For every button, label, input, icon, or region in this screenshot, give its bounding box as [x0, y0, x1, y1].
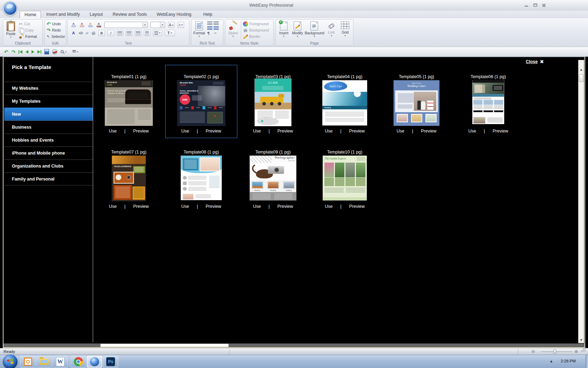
template-thumbnail[interactable]: Surf's Up! Heading — [322, 80, 367, 125]
page-background-button[interactable]: Background▾ — [304, 21, 324, 40]
template-card[interactable]: Template01 (1 pg) BEEKMANLANE Interior D… — [93, 65, 165, 138]
tab-layout[interactable]: Layout — [85, 11, 107, 18]
template-thumbnail[interactable] — [181, 156, 222, 200]
use-link[interactable]: Use — [253, 204, 261, 209]
preview-link[interactable]: Preview — [421, 129, 436, 134]
font-color-icon[interactable]: A — [71, 32, 76, 34]
zoom-slider-thumb[interactable] — [553, 349, 556, 354]
zoom-in-button[interactable]: ⊕ — [574, 349, 578, 354]
sidebar-item-organizations-and-clubs[interactable]: Organizations and Clubs — [4, 159, 93, 172]
sidebar-item-family-and-personal[interactable]: Family and Personal — [4, 172, 93, 185]
rich-text-format-button[interactable]: Format▾ — [192, 21, 206, 40]
preview-button[interactable] — [52, 49, 57, 55]
text-style-2-icon[interactable]: A — [79, 22, 85, 27]
scroll-up-icon[interactable]: ▲ — [579, 68, 584, 71]
italic-button[interactable]: I — [107, 30, 114, 36]
preview-link[interactable]: Preview — [349, 129, 365, 134]
styles-button[interactable]: Styles▾ — [226, 21, 240, 40]
preview-link[interactable]: Preview — [206, 129, 221, 134]
toolbar-options-button[interactable]: ▾ — [72, 49, 78, 55]
insert-anchor-icon[interactable]: → — [214, 31, 219, 36]
indent-increase-icon[interactable] — [207, 21, 212, 25]
template-card[interactable]: Template04 (1 pg) Surf's Up! Heading Use… — [309, 65, 381, 138]
template-thumbnail[interactable] — [472, 80, 504, 124]
use-link[interactable]: Use — [468, 129, 476, 134]
template-thumbnail[interactable]: Jane Turner Wedding Cakes — [394, 80, 440, 126]
page-grid-button[interactable]: Grid▾ — [338, 21, 352, 40]
preview-link[interactable]: Preview — [133, 129, 149, 134]
align-right-button[interactable] — [135, 30, 141, 36]
page-link-button[interactable]: Link▾ — [325, 21, 338, 40]
sidebar-item-my-websites[interactable]: My Websites — [4, 82, 93, 95]
indent-decrease-icon[interactable] — [214, 21, 219, 25]
background-style-button[interactable]: Background — [242, 27, 270, 33]
previous-page-button[interactable] — [26, 49, 28, 55]
border-button[interactable]: Border — [242, 33, 270, 40]
redo-button[interactable]: ↷Redo — [46, 27, 65, 33]
tab-help[interactable]: Help — [199, 11, 217, 18]
preview-link[interactable]: Preview — [349, 204, 365, 209]
selector-button[interactable]: ↖Selector — [46, 33, 65, 40]
copy-button[interactable]: Copy — [18, 27, 37, 33]
font-size-combobox[interactable]: ▾ — [150, 22, 165, 28]
maximize-button[interactable] — [533, 3, 538, 7]
text-style-1-icon[interactable]: A — [71, 22, 76, 27]
template-card[interactable]: Template06 (1 pg) Use|Preview — [452, 65, 524, 138]
use-link[interactable]: Use — [325, 129, 332, 134]
use-link[interactable]: Use — [109, 204, 117, 209]
taskbar-outlook-button[interactable]: O — [20, 356, 36, 368]
close-panel-link[interactable]: Close ✖ — [526, 59, 544, 64]
page-list-button[interactable] — [44, 49, 49, 55]
template-card[interactable]: Template08 (1 pg) Use|Preview — [165, 140, 237, 213]
page-modify-button[interactable]: Modify▾ — [291, 21, 304, 40]
clock[interactable]: 2:28 PM — [561, 359, 576, 363]
horizontal-scrollbar[interactable] — [4, 343, 584, 347]
tray-show-hidden-icons[interactable]: ▲ — [550, 360, 552, 363]
template-thumbnail[interactable]: ACME — [255, 79, 292, 126]
sidebar-item-iphone-and-mobile[interactable]: iPhone and Mobile phone — [4, 146, 93, 159]
taskbar-photoshop-button[interactable]: Ps — [103, 356, 118, 368]
template-card[interactable]: Template07 (1 pg) TACOS & BURRITOS Use|P… — [93, 140, 165, 213]
scroll-down-icon[interactable]: ▼ — [579, 339, 584, 342]
template-thumbnail[interactable]: The Garden Experts — [323, 156, 367, 200]
template-card[interactable]: Template10 (1 pg) The Garden Experts Use… — [309, 140, 381, 213]
paragraph-style-button[interactable]: ▾ — [153, 30, 162, 36]
template-thumbnail[interactable]: BEEKMANLANE Interior Decoration, Antique… — [105, 80, 153, 126]
tab-review-and-tools[interactable]: Review and Tools — [108, 11, 152, 18]
next-page-button[interactable] — [31, 49, 34, 55]
taskbar-explorer-button[interactable] — [36, 356, 52, 368]
sidebar-item-hobbies-and-events[interactable]: Hobbies and Events — [4, 134, 93, 146]
font-artistic-icon[interactable]: A — [96, 22, 102, 27]
preview-link[interactable]: Preview — [278, 129, 293, 134]
start-button[interactable] — [3, 354, 18, 368]
quick-undo-icon[interactable]: ↶ — [4, 49, 8, 55]
template-card-selected[interactable]: Template02 (1 pg) Mountain BikeTOURS Act… — [165, 65, 237, 138]
vertical-scrollbar[interactable]: ▲ ▼ — [578, 60, 584, 343]
swap-arrows-icon[interactable]: ⇄ — [85, 31, 88, 35]
close-window-button[interactable] — [541, 3, 547, 7]
resize-grip[interactable] — [581, 350, 582, 352]
sidebar-item-my-templates[interactable]: My Templates — [4, 95, 93, 108]
preview-link[interactable]: Preview — [493, 129, 508, 134]
taskbar-webeasy-button-active[interactable] — [87, 356, 102, 368]
tab-home[interactable]: Home — [20, 11, 41, 18]
vertical-scroll-thumb[interactable] — [579, 74, 583, 82]
template-card[interactable]: Template05 (1 pg) Jane Turner Wedding Ca… — [380, 65, 453, 138]
template-thumbnail[interactable]: TACOS & BURRITOS — [112, 156, 146, 201]
grow-font-button[interactable]: A▲ — [168, 22, 175, 28]
use-link[interactable]: Use — [109, 129, 117, 134]
preview-link[interactable]: Preview — [278, 204, 293, 209]
application-logo-icon[interactable] — [3, 1, 18, 16]
use-link[interactable]: Use — [325, 204, 332, 209]
use-link[interactable]: Use — [253, 129, 261, 134]
zoom-tool-button[interactable]: ▾ — [61, 49, 66, 55]
show-desktop-button[interactable] — [586, 355, 588, 368]
paste-button[interactable]: Paste▾ — [4, 21, 18, 40]
undo-button[interactable]: ↶Undo — [46, 21, 65, 27]
foreground-button[interactable]: Foreground — [242, 21, 270, 27]
preview-link[interactable]: Preview — [206, 204, 221, 209]
taskbar-chrome-button[interactable] — [71, 356, 86, 368]
tab-insert-and-modify[interactable]: Insert and Modify — [42, 11, 84, 18]
align-center-button[interactable] — [126, 30, 132, 36]
text-object-button[interactable]: T▾ — [164, 30, 175, 36]
